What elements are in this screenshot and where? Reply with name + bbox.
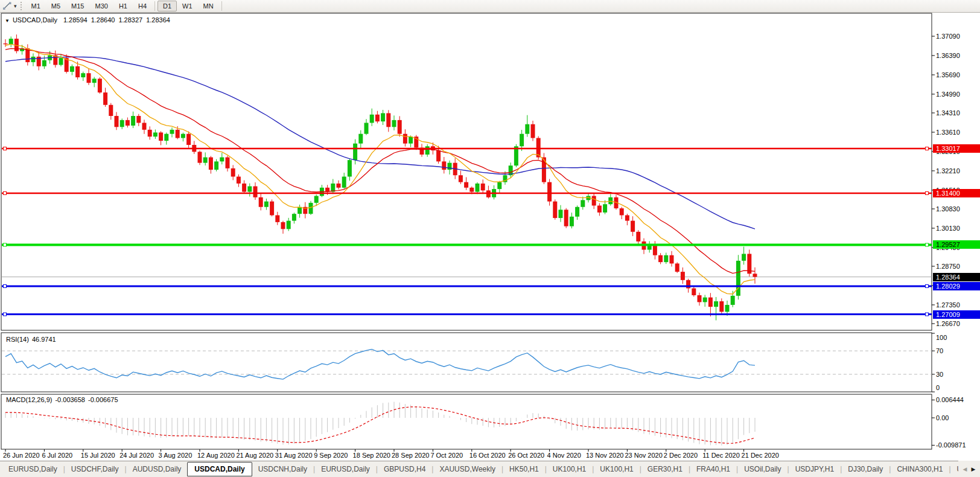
timeframe-button-w1[interactable]: W1 bbox=[177, 1, 198, 11]
timeframe-button-m30[interactable]: M30 bbox=[90, 1, 113, 11]
candle bbox=[92, 78, 97, 83]
candle bbox=[98, 78, 102, 92]
candle bbox=[226, 158, 230, 168]
candle bbox=[209, 158, 213, 170]
candle bbox=[120, 120, 124, 127]
tab-scroll-left-icon[interactable]: ◀ bbox=[963, 466, 967, 472]
candle bbox=[736, 261, 740, 296]
tab-eurusd-daily[interactable]: EURUSD,Daily bbox=[315, 463, 376, 476]
level-anchor[interactable] bbox=[926, 243, 929, 246]
tab-uk100-h1[interactable]: UK100,H1 bbox=[594, 463, 639, 476]
tab-gbpusd-h4[interactable]: GBPUSD,H4 bbox=[378, 463, 431, 476]
candle bbox=[525, 124, 529, 134]
candle bbox=[281, 222, 285, 229]
candle bbox=[298, 207, 302, 214]
level-anchor[interactable] bbox=[4, 147, 7, 150]
candle bbox=[203, 158, 208, 163]
candle bbox=[31, 57, 36, 62]
level-anchor[interactable] bbox=[4, 243, 7, 246]
candle bbox=[719, 301, 724, 312]
timeframe-button-m1[interactable]: M1 bbox=[26, 1, 46, 11]
collapse-triangle-icon[interactable]: ▼ bbox=[5, 18, 10, 24]
tab-usdcnh-daily[interactable]: USDCNH,Daily bbox=[252, 463, 313, 476]
candle bbox=[459, 175, 463, 182]
tab-usdjpy-h1[interactable]: USDJPY,H1 bbox=[789, 463, 840, 476]
candle bbox=[253, 187, 258, 197]
symbol-tab-bar: EURUSD,Daily|USDCHF,Daily|AUDUSD,DailyUS… bbox=[0, 461, 980, 477]
candle bbox=[425, 146, 430, 155]
timeframe-button-m5[interactable]: M5 bbox=[46, 1, 66, 11]
candle bbox=[753, 274, 757, 277]
candle bbox=[186, 134, 191, 145]
candle bbox=[275, 215, 279, 222]
candle bbox=[670, 255, 674, 264]
level-anchor[interactable] bbox=[926, 313, 929, 316]
candle bbox=[436, 150, 441, 161]
timeframe-button-m15[interactable]: M15 bbox=[66, 1, 89, 11]
candle bbox=[731, 296, 735, 305]
candle bbox=[220, 158, 224, 162]
candle bbox=[131, 116, 135, 126]
tab-usdchf-daily[interactable]: USDCHF,Daily bbox=[65, 463, 125, 476]
candle bbox=[592, 196, 596, 205]
tab-fra40-h1[interactable]: FRA40,H1 bbox=[690, 463, 736, 476]
candle bbox=[115, 116, 119, 127]
level-anchor[interactable] bbox=[4, 284, 7, 287]
candle bbox=[531, 124, 535, 138]
level-anchor[interactable] bbox=[926, 284, 929, 287]
tab-hk50-h1[interactable]: HK50,H1 bbox=[503, 463, 545, 476]
panel-frame bbox=[1, 333, 932, 392]
candle bbox=[681, 272, 685, 280]
candle bbox=[703, 298, 707, 303]
candle bbox=[476, 184, 480, 192]
candle bbox=[625, 215, 629, 220]
candle bbox=[159, 132, 163, 141]
tab-xauusd-weekly[interactable]: XAUUSD,Weekly bbox=[433, 463, 501, 476]
chart-canvas[interactable] bbox=[0, 0, 980, 477]
candle bbox=[403, 134, 407, 144]
timeframe-button-d1[interactable]: D1 bbox=[158, 1, 177, 11]
candle bbox=[469, 188, 474, 192]
level-anchor[interactable] bbox=[4, 313, 7, 316]
tab-uk100-h1[interactable]: UK100,H1 bbox=[547, 463, 592, 476]
timeframe-button-h4[interactable]: H4 bbox=[133, 1, 152, 11]
candle bbox=[292, 214, 296, 220]
tab-china300-h1[interactable]: CHINA300,H1 bbox=[891, 463, 949, 476]
candle bbox=[442, 161, 446, 170]
candle bbox=[364, 123, 369, 133]
line-studies-icon[interactable] bbox=[2, 2, 12, 10]
candle bbox=[287, 221, 291, 229]
candle bbox=[148, 130, 152, 136]
tab-scroll-right-icon[interactable]: ▶ bbox=[972, 466, 976, 472]
tab-dj30-daily[interactable]: DJ30,Daily bbox=[842, 463, 889, 476]
level-anchor[interactable] bbox=[926, 191, 929, 194]
tab-audusd-daily[interactable]: AUDUSD,Daily bbox=[127, 463, 188, 476]
candle bbox=[353, 144, 357, 160]
tab-usdcad-daily[interactable]: USDCAD,Daily bbox=[187, 462, 252, 476]
candle bbox=[564, 210, 568, 226]
candle bbox=[42, 60, 46, 66]
candle bbox=[198, 152, 202, 162]
candle bbox=[75, 66, 80, 77]
toolbar-separator bbox=[221, 1, 222, 11]
tab-ger30-h1[interactable]: GER30,H1 bbox=[641, 463, 689, 476]
candle bbox=[247, 187, 252, 192]
chevron-down-icon[interactable]: ▾ bbox=[14, 3, 17, 9]
timeframe-button-h1[interactable]: H1 bbox=[113, 1, 133, 11]
tab-eurusd-daily[interactable]: EURUSD,Daily bbox=[2, 463, 63, 476]
candle bbox=[497, 182, 501, 189]
candle bbox=[597, 205, 602, 212]
candle bbox=[636, 232, 640, 242]
candle bbox=[370, 115, 374, 123]
candle bbox=[9, 39, 13, 44]
candle bbox=[348, 160, 352, 176]
tab-usoil-daily[interactable]: USOil,Daily bbox=[738, 463, 787, 476]
candle bbox=[153, 132, 158, 136]
candle bbox=[658, 255, 663, 262]
candle bbox=[237, 177, 241, 184]
candle bbox=[686, 280, 690, 289]
timeframe-button-mn[interactable]: MN bbox=[198, 1, 219, 11]
candle bbox=[398, 120, 402, 134]
level-anchor[interactable] bbox=[926, 147, 929, 150]
level-anchor[interactable] bbox=[4, 191, 7, 194]
